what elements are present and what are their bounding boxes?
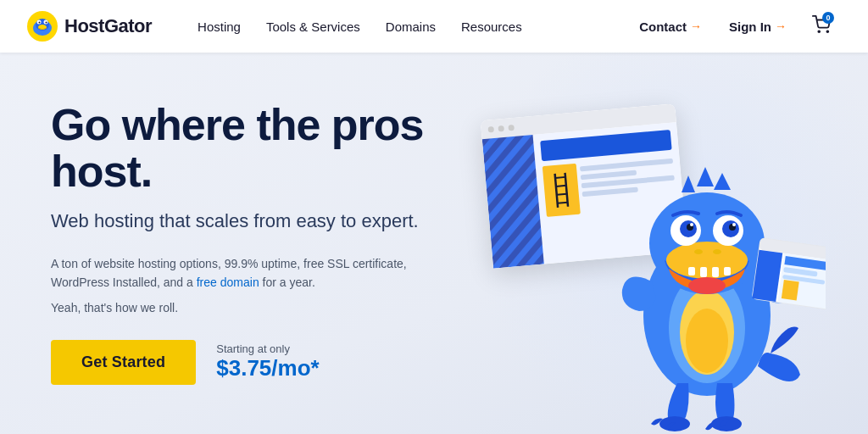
- svg-line-15: [558, 203, 568, 203]
- svg-rect-25: [688, 267, 695, 275]
- svg-line-13: [556, 186, 566, 186]
- svg-rect-28: [724, 267, 731, 275]
- get-started-button[interactable]: Get Started: [51, 340, 196, 385]
- hero-tagline: Yeah, that's how we roll.: [51, 301, 492, 314]
- svg-point-21: [711, 416, 742, 431]
- cart-button[interactable]: 0: [802, 8, 841, 44]
- svg-line-12: [555, 177, 565, 178]
- hero-content: Go where the pros host. Web hosting that…: [51, 102, 492, 385]
- nav-right: Contact → Sign In → 0: [627, 8, 841, 44]
- svg-marker-40: [697, 167, 714, 186]
- hero-title: Go where the pros host.: [51, 102, 492, 194]
- brand-name: HostGator: [64, 15, 152, 37]
- svg-point-36: [732, 223, 736, 226]
- nav-hosting[interactable]: Hosting: [186, 13, 253, 41]
- svg-point-19: [686, 309, 728, 373]
- svg-rect-26: [700, 267, 707, 277]
- svg-point-24: [688, 277, 726, 294]
- pricing-label: Starting at only: [216, 342, 319, 355]
- pricing-amount: $3.75/mo*: [216, 355, 319, 381]
- svg-point-8: [818, 31, 820, 32]
- cart-badge: 0: [822, 12, 834, 24]
- nav-resources[interactable]: Resources: [449, 13, 534, 41]
- svg-line-11: [565, 173, 568, 207]
- browser-dot-3: [508, 124, 515, 131]
- svg-point-9: [826, 31, 828, 32]
- main-nav: HostGator Hosting Tools & Services Domai…: [0, 0, 868, 53]
- logo-link[interactable]: HostGator: [27, 11, 152, 42]
- svg-point-5: [39, 22, 41, 24]
- svg-point-35: [690, 223, 693, 226]
- svg-rect-49: [782, 280, 799, 300]
- hero-actions: Get Started Starting at only $3.75/mo*: [51, 340, 492, 385]
- browser-yellow-block: [542, 164, 581, 217]
- contact-button[interactable]: Contact →: [627, 13, 714, 41]
- signin-arrow-icon: →: [775, 19, 787, 33]
- svg-point-37: [694, 249, 703, 254]
- logo-icon: [27, 11, 58, 42]
- svg-marker-41: [714, 173, 731, 190]
- svg-line-14: [557, 194, 567, 195]
- free-domain-link[interactable]: free domain: [197, 275, 259, 289]
- svg-point-20: [659, 416, 690, 431]
- contact-arrow-icon: →: [690, 19, 702, 33]
- browser-dot-1: [487, 126, 494, 133]
- hero-section: Go where the pros host. Web hosting that…: [0, 53, 868, 434]
- nav-domains[interactable]: Domains: [374, 13, 448, 41]
- svg-point-6: [46, 22, 47, 24]
- nav-links: Hosting Tools & Services Domains Resourc…: [186, 13, 627, 41]
- signin-button[interactable]: Sign In →: [717, 13, 798, 41]
- svg-rect-27: [712, 267, 719, 277]
- ladder-icon: [548, 168, 575, 212]
- pricing-info: Starting at only $3.75/mo*: [216, 342, 319, 381]
- hero-subtitle: Web hosting that scales from easy to exp…: [51, 209, 492, 234]
- browser-dot-2: [498, 125, 504, 131]
- nav-tools[interactable]: Tools & Services: [254, 13, 372, 41]
- svg-point-38: [713, 249, 721, 254]
- svg-line-10: [555, 174, 558, 208]
- gator-mascot: [588, 112, 826, 434]
- hero-description: A ton of website hosting options, 99.9% …: [51, 254, 407, 292]
- svg-marker-39: [682, 175, 695, 192]
